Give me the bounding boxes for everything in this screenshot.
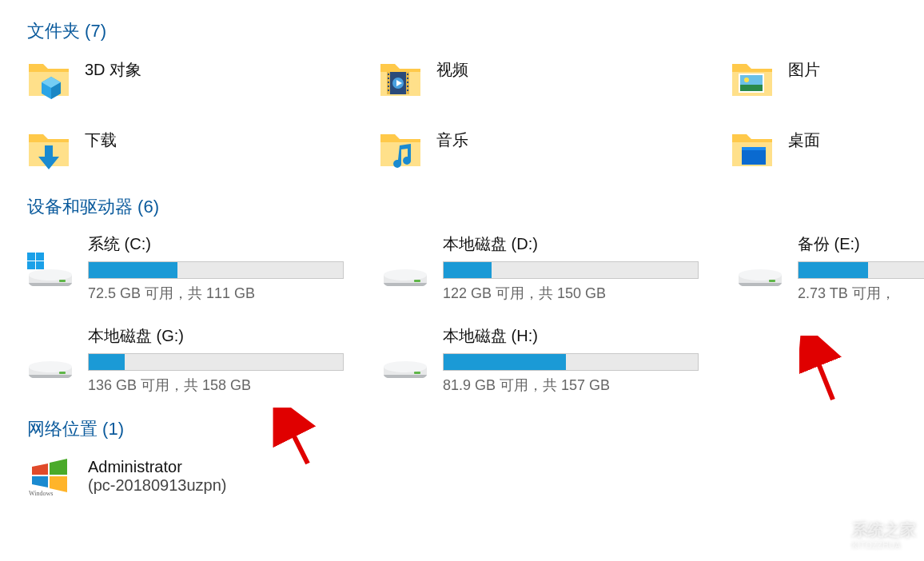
drive-hdd-icon <box>737 251 783 286</box>
drives-section-header[interactable]: 设备和驱动器 (6) <box>27 195 924 219</box>
svg-rect-32 <box>36 261 44 269</box>
drive-info: 系统 (C:) 72.5 GB 可用，共 111 GB <box>88 233 382 303</box>
drive-name: 系统 (C:) <box>88 233 382 255</box>
svg-rect-25 <box>45 145 53 158</box>
drive-name: 备份 (E:) <box>798 233 924 255</box>
svg-rect-31 <box>27 261 35 269</box>
drive-usage-bar <box>443 353 699 371</box>
folder-label: 桌面 <box>788 128 820 151</box>
svg-rect-11 <box>388 82 389 83</box>
folder-pictures-icon <box>731 58 774 101</box>
svg-point-24 <box>744 78 749 82</box>
drive-stats: 72.5 GB 可用，共 111 GB <box>88 284 382 303</box>
folder-pictures[interactable]: 图片 <box>731 58 924 101</box>
drive-info: 本地磁盘 (G:) 136 GB 可用，共 158 GB <box>88 325 382 395</box>
svg-text:Windows: Windows <box>29 490 53 497</box>
svg-rect-28 <box>742 147 766 150</box>
drive-usage-bar <box>88 261 344 279</box>
watermark-sub: KITOZZHUA <box>852 541 916 550</box>
svg-marker-38 <box>826 526 845 543</box>
drive-usage-bar <box>443 261 699 279</box>
drive-c[interactable]: 系统 (C:) 72.5 GB 可用，共 111 GB <box>27 233 382 303</box>
folder-downloads-icon <box>27 128 70 171</box>
watermark-brand: 系统之家 <box>852 519 916 541</box>
svg-rect-15 <box>407 78 408 79</box>
drive-hdd-icon <box>382 251 428 286</box>
folder-label: 3D 对象 <box>85 58 141 81</box>
drive-e[interactable]: 备份 (E:) 2.73 TB 可用， <box>737 233 924 303</box>
folder-desktop[interactable]: 桌面 <box>731 128 924 171</box>
svg-rect-14 <box>407 74 408 75</box>
network-name: Administrator <box>88 458 226 476</box>
drive-info: 本地磁盘 (D:) 122 GB 可用，共 150 GB <box>443 233 737 303</box>
svg-rect-17 <box>407 86 408 87</box>
folder-videos[interactable]: 视频 <box>379 58 731 101</box>
folder-label: 图片 <box>788 58 820 81</box>
drive-hdd-icon <box>27 343 74 378</box>
folders-section-header[interactable]: 文件夹 (7) <box>27 19 924 43</box>
folder-3d-objects[interactable]: 3D 对象 <box>27 58 379 101</box>
network-info: Administrator (pc-20180913uzpn) <box>88 458 226 495</box>
network-detail: (pc-20180913uzpn) <box>88 476 226 495</box>
svg-rect-10 <box>388 78 389 79</box>
drive-name: 本地磁盘 (D:) <box>443 233 737 255</box>
drive-usage-bar <box>798 261 924 279</box>
drive-name: 本地磁盘 (G:) <box>88 325 382 347</box>
drive-d[interactable]: 本地磁盘 (D:) 122 GB 可用，共 150 GB <box>382 233 737 303</box>
svg-rect-23 <box>740 85 763 91</box>
svg-rect-29 <box>27 253 35 261</box>
drive-stats: 2.73 TB 可用， <box>798 284 924 303</box>
folder-label: 音乐 <box>436 128 468 151</box>
svg-rect-16 <box>407 82 408 83</box>
folder-3d-objects-icon <box>27 58 70 101</box>
svg-rect-13 <box>388 90 389 91</box>
svg-rect-12 <box>388 86 389 87</box>
folder-music-icon <box>379 128 422 171</box>
drives-grid: 系统 (C:) 72.5 GB 可用，共 111 GB 本地磁盘 (D:) 12… <box>27 233 924 395</box>
folders-grid: 3D 对象 视频 图片 <box>27 58 924 171</box>
svg-rect-18 <box>407 90 408 91</box>
network-section-header[interactable]: 网络位置 (1) <box>27 417 924 441</box>
drive-usage-bar <box>88 353 344 371</box>
folder-music[interactable]: 音乐 <box>379 128 731 171</box>
drive-name: 本地磁盘 (H:) <box>443 325 737 347</box>
folder-label: 视频 <box>436 58 468 81</box>
drive-hdd-icon <box>382 343 428 378</box>
network-wmp-item[interactable]: Windows Administrator (pc-20180913uzpn) <box>27 456 924 497</box>
drive-g[interactable]: 本地磁盘 (G:) 136 GB 可用，共 158 GB <box>27 325 382 395</box>
drive-info: 备份 (E:) 2.73 TB 可用， <box>798 233 924 303</box>
drive-stats: 122 GB 可用，共 150 GB <box>443 284 737 303</box>
drive-stats: 136 GB 可用，共 158 GB <box>88 376 382 395</box>
folder-desktop-icon <box>731 128 774 171</box>
folder-videos-icon <box>379 58 422 101</box>
drive-stats: 81.9 GB 可用，共 157 GB <box>443 376 737 395</box>
drive-win-icon <box>27 251 74 286</box>
drive-info: 本地磁盘 (H:) 81.9 GB 可用，共 157 GB <box>443 325 737 395</box>
wmp-icon: Windows <box>27 456 74 497</box>
folder-downloads[interactable]: 下载 <box>27 128 379 171</box>
drive-h[interactable]: 本地磁盘 (H:) 81.9 GB 可用，共 157 GB <box>382 325 737 395</box>
watermark: 系统之家 KITOZZHUA <box>823 519 916 550</box>
folder-label: 下载 <box>85 128 117 151</box>
watermark-logo-icon <box>823 523 847 547</box>
svg-rect-9 <box>388 74 389 75</box>
svg-rect-30 <box>36 253 44 261</box>
